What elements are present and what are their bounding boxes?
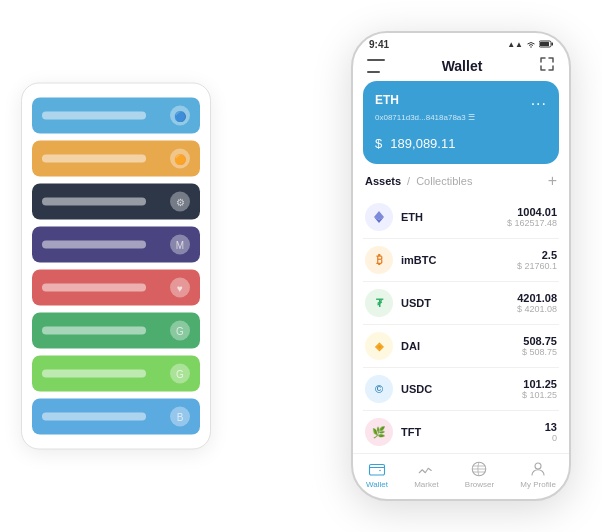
add-asset-button[interactable]: + bbox=[548, 172, 557, 190]
asset-amount: 13 bbox=[545, 421, 557, 433]
menu-icon[interactable] bbox=[367, 59, 385, 73]
asset-values: 508.75 $ 508.75 bbox=[522, 335, 557, 357]
nav-browser[interactable]: Browser bbox=[465, 460, 494, 489]
asset-usd: $ 21760.1 bbox=[517, 261, 557, 271]
expand-icon[interactable] bbox=[539, 56, 555, 75]
usdt-logo: ₮ bbox=[365, 289, 393, 317]
dai-logo: ◈ bbox=[365, 332, 393, 360]
card-text bbox=[42, 284, 146, 292]
asset-amount: 2.5 bbox=[517, 249, 557, 261]
card-text bbox=[42, 327, 146, 335]
status-time: 9:41 bbox=[369, 39, 389, 50]
asset-values: 101.25 $ 101.25 bbox=[522, 378, 557, 400]
asset-row-usdc[interactable]: © USDC 101.25 $ 101.25 bbox=[363, 368, 559, 411]
nav-market-label: Market bbox=[414, 480, 438, 489]
card-stack: 🔵 🟠 ⚙ M ♥ G G B bbox=[21, 83, 211, 450]
asset-name: DAI bbox=[401, 340, 522, 352]
svg-rect-2 bbox=[552, 42, 554, 45]
imbtc-logo: ₿ bbox=[365, 246, 393, 274]
assets-header: Assets / Collectibles + bbox=[353, 172, 569, 196]
status-icons: ▲▲ bbox=[507, 40, 553, 50]
nav-profile-label: My Profile bbox=[520, 480, 556, 489]
card-icon: 🔵 bbox=[170, 106, 190, 126]
eth-logo bbox=[365, 203, 393, 231]
balance-amount: 189,089.11 bbox=[390, 136, 455, 151]
phone-header: Wallet bbox=[353, 52, 569, 81]
card-text bbox=[42, 198, 146, 206]
tab-collectibles[interactable]: Collectibles bbox=[416, 175, 472, 187]
assets-tabs: Assets / Collectibles bbox=[365, 175, 472, 187]
list-item[interactable]: G bbox=[32, 313, 200, 349]
card-icon: ♥ bbox=[170, 278, 190, 298]
svg-rect-5 bbox=[370, 465, 385, 476]
list-item[interactable]: G bbox=[32, 356, 200, 392]
eth-balance-card[interactable]: ETH ... 0x08711d3d...8418a78a3 ☰ $ 189,0… bbox=[363, 81, 559, 164]
list-item[interactable]: 🟠 bbox=[32, 141, 200, 177]
card-icon: M bbox=[170, 235, 190, 255]
list-item[interactable]: 🔵 bbox=[32, 98, 200, 134]
asset-list: ETH 1004.01 $ 162517.48 ₿ imBTC 2.5 $ 21… bbox=[353, 196, 569, 453]
list-item[interactable]: ⚙ bbox=[32, 184, 200, 220]
asset-row-dai[interactable]: ◈ DAI 508.75 $ 508.75 bbox=[363, 325, 559, 368]
list-item[interactable]: B bbox=[32, 399, 200, 435]
asset-name: imBTC bbox=[401, 254, 517, 266]
card-icon: 🟠 bbox=[170, 149, 190, 169]
asset-amount: 101.25 bbox=[522, 378, 557, 390]
bottom-nav: Wallet Market Browser My bbox=[353, 453, 569, 499]
asset-usd: $ 101.25 bbox=[522, 390, 557, 400]
scene: 🔵 🟠 ⚙ M ♥ G G B bbox=[21, 16, 581, 516]
nav-profile[interactable]: My Profile bbox=[520, 460, 556, 489]
asset-usd: $ 508.75 bbox=[522, 347, 557, 357]
card-icon: B bbox=[170, 407, 190, 427]
card-text bbox=[42, 413, 146, 421]
nav-wallet[interactable]: Wallet bbox=[366, 460, 388, 489]
eth-address: 0x08711d3d...8418a78a3 ☰ bbox=[375, 113, 547, 122]
wifi-icon bbox=[526, 40, 536, 50]
card-icon: G bbox=[170, 321, 190, 341]
list-item[interactable]: M bbox=[32, 227, 200, 263]
asset-values: 4201.08 $ 4201.08 bbox=[517, 292, 557, 314]
asset-name: TFT bbox=[401, 426, 545, 438]
asset-values: 1004.01 $ 162517.48 bbox=[507, 206, 557, 228]
phone-mockup: 9:41 ▲▲ bbox=[351, 31, 571, 501]
asset-amount: 508.75 bbox=[522, 335, 557, 347]
eth-options[interactable]: ... bbox=[531, 91, 547, 109]
asset-name: ETH bbox=[401, 211, 507, 223]
card-text bbox=[42, 112, 146, 120]
status-bar: 9:41 ▲▲ bbox=[353, 33, 569, 52]
usdc-logo: © bbox=[365, 375, 393, 403]
battery-icon bbox=[539, 40, 553, 50]
asset-name: USDC bbox=[401, 383, 522, 395]
card-icon: ⚙ bbox=[170, 192, 190, 212]
nav-market[interactable]: Market bbox=[414, 460, 438, 489]
tab-separator: / bbox=[407, 175, 410, 187]
asset-name: USDT bbox=[401, 297, 517, 309]
asset-row-usdt[interactable]: ₮ USDT 4201.08 $ 4201.08 bbox=[363, 282, 559, 325]
tab-assets[interactable]: Assets bbox=[365, 175, 401, 187]
eth-label: ETH bbox=[375, 93, 399, 107]
nav-wallet-label: Wallet bbox=[366, 480, 388, 489]
card-text bbox=[42, 241, 146, 249]
asset-usd: 0 bbox=[545, 433, 557, 443]
asset-amount: 1004.01 bbox=[507, 206, 557, 218]
asset-values: 13 0 bbox=[545, 421, 557, 443]
card-text bbox=[42, 370, 146, 378]
nav-browser-label: Browser bbox=[465, 480, 494, 489]
asset-amount: 4201.08 bbox=[517, 292, 557, 304]
card-icon: G bbox=[170, 364, 190, 384]
card-text bbox=[42, 155, 146, 163]
tft-logo: 🌿 bbox=[365, 418, 393, 446]
asset-usd: $ 4201.08 bbox=[517, 304, 557, 314]
page-title: Wallet bbox=[442, 58, 483, 74]
asset-row-tft[interactable]: 🌿 TFT 13 0 bbox=[363, 411, 559, 453]
asset-row-imbtc[interactable]: ₿ imBTC 2.5 $ 21760.1 bbox=[363, 239, 559, 282]
balance-symbol: $ bbox=[375, 136, 382, 151]
svg-rect-1 bbox=[540, 42, 549, 46]
svg-point-7 bbox=[535, 463, 541, 469]
asset-usd: $ 162517.48 bbox=[507, 218, 557, 228]
signal-icon: ▲▲ bbox=[507, 40, 523, 49]
eth-balance: $ 189,089.11 bbox=[375, 128, 547, 154]
asset-values: 2.5 $ 21760.1 bbox=[517, 249, 557, 271]
asset-row-eth[interactable]: ETH 1004.01 $ 162517.48 bbox=[363, 196, 559, 239]
list-item[interactable]: ♥ bbox=[32, 270, 200, 306]
